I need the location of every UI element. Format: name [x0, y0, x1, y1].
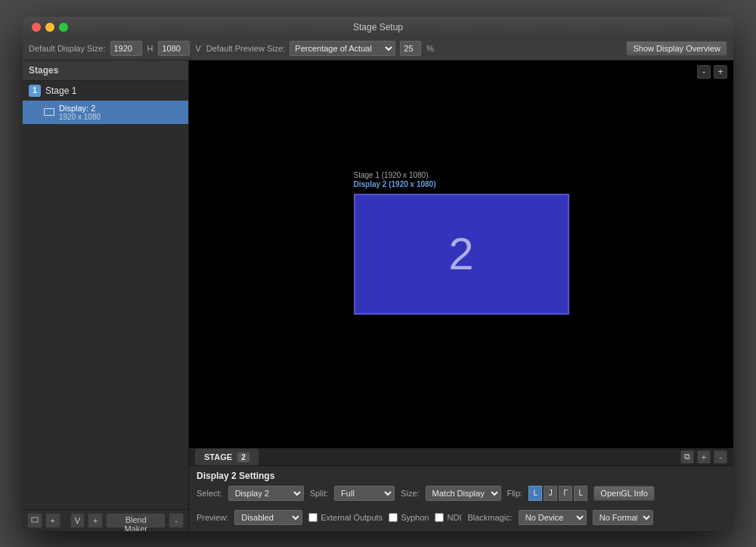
stage-canvas: - + Stage 1 (1920 x 1080) Display 2 (192…: [189, 61, 733, 448]
sidebar: Stages 1 Stage 1 Display: 2 1920 x 1080 …: [23, 61, 189, 531]
svg-rect-0: [32, 517, 38, 522]
preview-select[interactable]: Disabled: [234, 510, 302, 525]
stage-area: - + Stage 1 (1920 x 1080) Display 2 (192…: [189, 61, 733, 531]
syphon-item: Syphon: [389, 513, 429, 522]
ndi-label: NDI: [447, 513, 461, 522]
bottom-tabs: STAGE 2 ⧉ + -: [189, 449, 733, 466]
display-box[interactable]: 2: [354, 194, 569, 315]
settings-section: Display 2 Settings Select: Display 2 Spl…: [189, 466, 733, 510]
height-input[interactable]: [158, 41, 190, 56]
window-title: Stage Setup: [353, 22, 403, 33]
width-input[interactable]: [110, 41, 142, 56]
bottom-panel: STAGE 2 ⧉ + - Display 2 Settings Select:: [189, 448, 733, 531]
stage-canvas-label: Stage 1 (1920 x 1080): [354, 171, 429, 179]
syphon-checkbox[interactable]: [389, 513, 398, 522]
preview-label: Preview:: [197, 513, 228, 522]
height-separator: H: [147, 44, 153, 53]
stage-name: Stage 1: [45, 85, 76, 96]
opengl-info-button[interactable]: OpenGL Info: [593, 486, 655, 501]
stage-number: 1: [29, 85, 41, 97]
title-bar: Stage Setup: [23, 17, 733, 38]
external-outputs-item: External Outputs: [308, 513, 383, 522]
preview-size-select[interactable]: Percentage of Actual: [290, 41, 395, 56]
maximize-button[interactable]: [59, 23, 68, 32]
stage-canvas-controls: - +: [697, 65, 727, 79]
add-display-icon[interactable]: [27, 513, 42, 528]
split-select[interactable]: Full: [334, 486, 395, 501]
flip-label: Flip:: [507, 489, 523, 498]
blackmagic-label: Blackmagic:: [467, 513, 512, 522]
toolbar: Default Display Size: H V Default Previe…: [23, 38, 733, 61]
main-window: Stage Setup Default Display Size: H V De…: [23, 17, 733, 531]
remove-button[interactable]: -: [169, 513, 184, 528]
zoom-in-button[interactable]: +: [714, 65, 727, 79]
sidebar-item-stage1[interactable]: 1 Stage 1: [23, 81, 188, 101]
flip-button-group: L J Γ L: [528, 486, 587, 501]
display-info: Display: 2 1920 x 1080: [59, 104, 101, 121]
display-number: 2: [448, 228, 473, 280]
ndi-checkbox[interactable]: [435, 513, 444, 522]
split-label: Split:: [310, 489, 328, 498]
tab-stage[interactable]: STAGE 2: [195, 449, 259, 465]
sidebar-item-display2[interactable]: Display: 2 1920 x 1080: [23, 101, 188, 124]
close-button[interactable]: [32, 23, 41, 32]
select-label: Select:: [197, 489, 222, 498]
vertical-label: V: [195, 44, 200, 53]
blend-maker-button[interactable]: Blend Maker: [106, 513, 166, 528]
flip-btn-gamma[interactable]: Γ: [559, 486, 572, 501]
display-icon: [44, 108, 54, 116]
size-label: Size:: [401, 489, 419, 498]
external-outputs-checkbox[interactable]: [308, 513, 318, 522]
ndi-item: NDI: [435, 513, 461, 522]
window-controls: [32, 23, 68, 32]
display-preview-wrapper: Stage 1 (1920 x 1080) Display 2 (1920 x …: [354, 194, 569, 315]
default-display-size-label: Default Display Size:: [29, 44, 106, 53]
display-select[interactable]: Display 2: [228, 486, 304, 501]
syphon-label: Syphon: [401, 513, 429, 522]
blackmagic-select[interactable]: No Device: [519, 510, 587, 525]
show-display-overview-button[interactable]: Show Display Overview: [626, 41, 727, 56]
minimize-button[interactable]: [45, 23, 54, 32]
display-name: Display: 2: [59, 104, 101, 113]
remove-tab-button[interactable]: -: [714, 450, 727, 464]
sidebar-separator: [65, 514, 66, 527]
format-select[interactable]: No Format: [593, 510, 653, 525]
display-canvas-label: Display 2 (1920 x 1080): [354, 180, 436, 188]
preview-row: Preview: Disabled External Outputs Sypho…: [189, 510, 733, 531]
main-content: Stages 1 Stage 1 Display: 2 1920 x 1080 …: [23, 61, 733, 531]
v-button[interactable]: V: [70, 513, 85, 528]
tab-controls: ⧉ + -: [680, 450, 727, 464]
percent-label: %: [426, 44, 434, 53]
external-outputs-label: External Outputs: [321, 513, 383, 522]
settings-row-main: Select: Display 2 Split: Full Size: Matc…: [197, 486, 726, 501]
settings-title: Display 2 Settings: [197, 471, 726, 481]
preview-percent-input[interactable]: [400, 41, 421, 56]
flip-btn-l[interactable]: L: [528, 486, 542, 501]
preview-size-label: Default Preview Size:: [206, 44, 286, 53]
flip-btn-l2[interactable]: L: [574, 486, 587, 501]
flip-btn-j[interactable]: J: [544, 486, 557, 501]
sidebar-header: Stages: [23, 61, 188, 81]
size-select[interactable]: Match Display: [426, 486, 501, 501]
tab-number: 2: [237, 452, 249, 462]
zoom-out-button[interactable]: -: [697, 65, 711, 79]
add-tab-button[interactable]: +: [697, 450, 711, 464]
add2-button[interactable]: +: [88, 513, 103, 528]
copy-tab-button[interactable]: ⧉: [680, 450, 694, 464]
add-stage-button[interactable]: +: [45, 513, 60, 528]
display-size: 1920 x 1080: [59, 113, 101, 121]
sidebar-bottom: + V + Blend Maker -: [23, 509, 188, 531]
